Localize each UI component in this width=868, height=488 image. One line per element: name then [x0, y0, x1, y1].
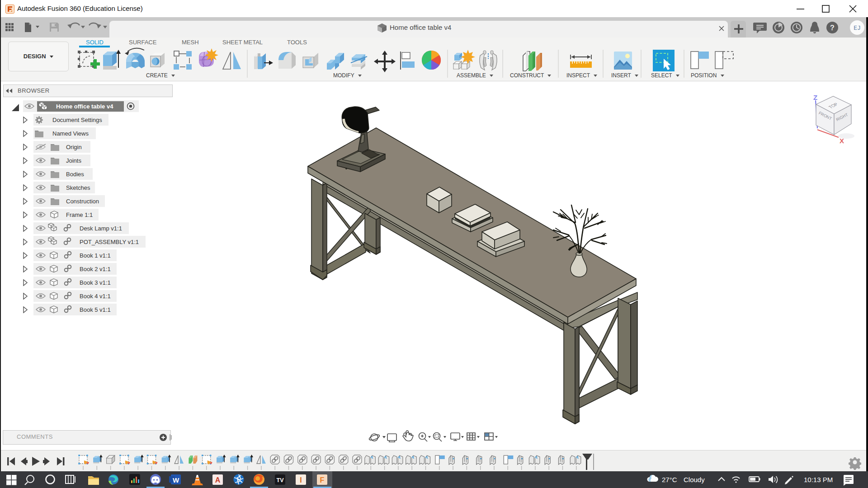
svg-text:EJ: EJ [854, 25, 861, 32]
svg-text:W: W [173, 476, 179, 484]
svg-text:?: ? [830, 24, 835, 32]
svg-text:I: I [300, 476, 302, 484]
svg-text:A: A [215, 476, 221, 484]
svg-text:TV: TV [277, 477, 284, 483]
svg-text:Z: Z [813, 94, 817, 101]
svg-text:F: F [320, 476, 325, 484]
